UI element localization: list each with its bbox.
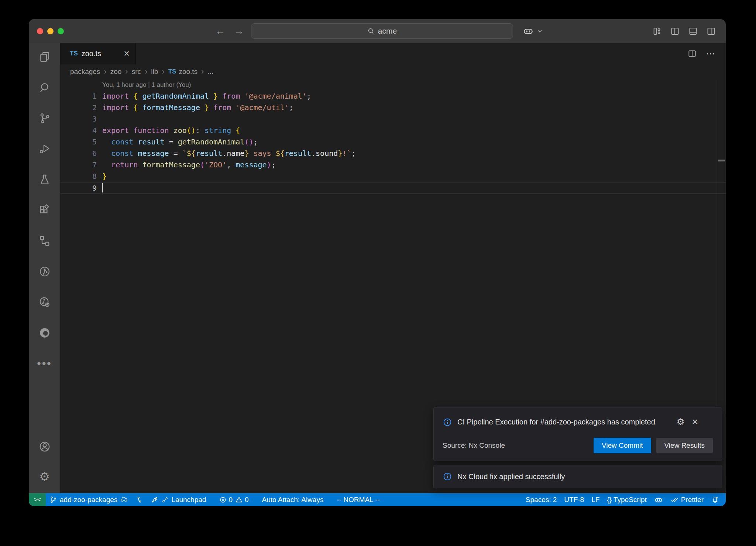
toggle-panel-icon[interactable] (688, 26, 698, 36)
zoom-window-button[interactable] (58, 28, 64, 34)
copilot-menu[interactable] (523, 25, 543, 37)
breadcrumb-item[interactable]: src (132, 68, 141, 76)
chevron-down-icon (537, 28, 543, 34)
search-query: acme (378, 27, 397, 35)
explorer-icon[interactable] (38, 51, 51, 63)
status-notifications-bell[interactable] (707, 493, 723, 506)
back-arrow-icon[interactable]: ← (215, 26, 225, 36)
code-line[interactable]: 2import { formatMessage } from '@acme/ut… (60, 102, 726, 113)
breadcrumb-item[interactable]: TSzoo.ts (168, 68, 197, 76)
search-view-icon[interactable] (38, 81, 51, 94)
history-nav: ← → (215, 26, 244, 36)
code-line[interactable]: 8} (60, 171, 726, 182)
status-encoding[interactable]: UTF-8 (560, 493, 588, 506)
error-circle-icon (219, 496, 227, 504)
line-number: 4 (60, 125, 97, 136)
more-actions-icon[interactable]: ⋯ (706, 49, 715, 58)
code-line[interactable]: 6 const message = `${result.name} says $… (60, 148, 726, 159)
toggle-secondary-sidebar-icon[interactable] (706, 26, 716, 36)
line-number: 8 (60, 171, 97, 182)
typescript-file-icon: TS (168, 68, 176, 75)
run-debug-icon[interactable] (38, 143, 51, 155)
extensions-icon[interactable] (38, 204, 51, 216)
status-language[interactable]: {} TypeScript (603, 493, 650, 506)
line-number: 5 (60, 136, 97, 148)
node-link-icon (161, 496, 169, 504)
breadcrumb-separator-icon: › (104, 67, 106, 76)
blame-text: You, 1 hour ago | 1 author (You) (97, 79, 191, 91)
code-line[interactable]: 3 (60, 113, 726, 125)
status-problems[interactable]: 0 0 (216, 493, 252, 506)
workspace-structure-icon[interactable] (38, 235, 51, 247)
status-vim-mode[interactable]: -- NORMAL -- (333, 493, 383, 506)
customize-layout-icon[interactable] (652, 26, 662, 36)
toggle-primary-sidebar-icon[interactable] (670, 26, 680, 36)
line-number: 6 (60, 148, 97, 159)
status-indentation[interactable]: Spaces: 2 (522, 493, 561, 506)
source-control-icon[interactable] (38, 112, 51, 124)
line-number: 7 (60, 159, 97, 171)
code-line[interactable]: 1import { getRandomAnimal } from '@acme/… (60, 91, 726, 102)
split-editor-icon[interactable] (687, 49, 697, 58)
tab-close-icon[interactable]: × (124, 49, 130, 59)
remote-indicator[interactable]: >< (29, 493, 46, 506)
notification-ci-pipeline: CI Pipeline Execution for #add-zoo-packa… (433, 407, 722, 461)
notification-settings-icon[interactable]: ⚙ (677, 417, 685, 426)
code-line[interactable]: 5 const result = getRandomAnimal(); (60, 136, 726, 148)
rocket-icon (151, 496, 159, 504)
notification-source: Source: Nx Console (443, 441, 505, 450)
activity-bar-top: ••• (38, 43, 51, 370)
double-check-icon (670, 496, 678, 504)
bell-dot-icon (711, 496, 719, 504)
notification-message: CI Pipeline Execution for #add-zoo-packa… (457, 415, 671, 429)
editor-actions: ⋯ (687, 43, 726, 64)
tab-label: zoo.ts (82, 50, 101, 58)
code-line[interactable]: 9 (60, 182, 726, 194)
testing-icon[interactable] (38, 173, 51, 186)
breadcrumb-item[interactable]: ... (207, 68, 213, 76)
tab-zoo-ts[interactable]: TS zoo.ts × (60, 43, 136, 64)
close-window-button[interactable] (37, 28, 43, 34)
activity-bar: ••• ⚙ (29, 43, 60, 493)
vscode-window: ← → acme (29, 19, 726, 506)
status-copilot[interactable] (650, 493, 667, 506)
status-source-control-graph[interactable] (132, 493, 147, 506)
code-line[interactable]: 4export function zoo(): string { (60, 125, 726, 136)
view-commit-button[interactable]: View Commit (594, 438, 651, 453)
more-views-icon[interactable]: ••• (38, 357, 51, 370)
settings-gear-icon[interactable]: ⚙ (38, 470, 51, 483)
search-icon (367, 27, 375, 35)
overview-ruler-cursor-marker (718, 160, 725, 161)
nx-console-icon[interactable] (38, 265, 51, 278)
nx-cloud-icon[interactable] (38, 296, 51, 308)
notification-nx-cloud-fix: Nx Cloud fix applied successfully (433, 465, 722, 488)
copilot-icon (654, 495, 663, 504)
code-line[interactable]: 7 return formatMessage('ZOO', message); (60, 159, 726, 171)
command-center-search[interactable]: acme (251, 23, 513, 39)
status-formatter[interactable]: Prettier (667, 493, 707, 506)
status-branch[interactable]: add-zoo-packages (46, 493, 132, 506)
forward-arrow-icon[interactable]: → (234, 26, 244, 36)
account-icon[interactable] (38, 440, 51, 453)
line-number: 1 (60, 91, 97, 102)
status-eol[interactable]: LF (588, 493, 603, 506)
breadcrumb: packages›zoo›src›lib›TSzoo.ts›... (60, 64, 726, 79)
status-auto-attach[interactable]: Auto Attach: Always (258, 493, 327, 506)
minimize-window-button[interactable] (47, 28, 54, 34)
line-number: 2 (60, 102, 97, 113)
status-launchpad[interactable]: Launchpad (147, 493, 210, 506)
breadcrumb-item[interactable]: zoo (110, 68, 122, 76)
activity-bar-bottom: ⚙ (38, 440, 51, 493)
breadcrumb-item[interactable]: packages (70, 68, 100, 76)
breadcrumb-separator-icon: › (162, 67, 164, 76)
code-lines: 1import { getRandomAnimal } from '@acme/… (60, 91, 726, 194)
status-bar: >< add-zoo-packages Launchpad 0 (29, 493, 726, 506)
view-results-button[interactable]: View Results (656, 438, 713, 453)
warning-triangle-icon (235, 496, 243, 504)
desktop-background: ← → acme (0, 0, 756, 546)
notification-close-icon[interactable]: × (692, 417, 698, 427)
line-number: 3 (60, 113, 97, 125)
breadcrumb-item[interactable]: lib (151, 68, 158, 76)
window-controls (37, 19, 64, 43)
edge-browser-icon[interactable] (38, 327, 51, 339)
